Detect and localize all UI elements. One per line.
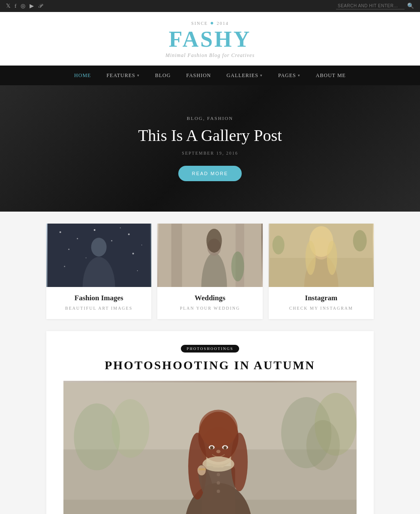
nav-item-about[interactable]: ABOUT ME bbox=[308, 66, 354, 85]
social-icons: 𝕏 f ◎ ▶ 𝒫 bbox=[6, 3, 42, 9]
site-header: SINCE ● 2014 FASHY Minimal Fashion Blog … bbox=[0, 12, 420, 66]
hero-content: BLOG, FASHION This Is A Gallery Post SEP… bbox=[138, 116, 282, 181]
svg-point-52 bbox=[223, 446, 227, 449]
read-more-button[interactable]: READ MORE bbox=[178, 166, 242, 181]
svg-point-51 bbox=[210, 446, 213, 449]
gallery-card-body-instagram: Instagram CHECK MY INSTAGRAM bbox=[269, 287, 374, 319]
hero-date: SEPTEMBER 19, 2016 bbox=[138, 151, 282, 155]
svg-rect-17 bbox=[171, 224, 182, 287]
gallery-card-title-fashion: Fashion Images bbox=[52, 294, 145, 302]
svg-point-48 bbox=[199, 409, 238, 447]
svg-point-58 bbox=[217, 481, 220, 484]
gallery-card-sub-fashion: BEAUTIFUL ART IMAGES bbox=[52, 306, 145, 311]
gallery-card-fashion[interactable]: Fashion Images BEAUTIFUL ART IMAGES bbox=[46, 224, 151, 319]
nav-item-galleries[interactable]: GALLERIES ▾ bbox=[219, 66, 270, 85]
svg-point-36 bbox=[111, 399, 149, 458]
gallery-card-weddings[interactable]: Weddings PLAN YOUR WEDDING bbox=[157, 224, 262, 319]
article-section: PHOTOSHOOTINGS PHOTOSHOOTING IN AUTUMN bbox=[46, 331, 374, 514]
search-button[interactable]: 🔍 bbox=[407, 3, 414, 9]
gallery-section: Fashion Images BEAUTIFUL ART IMAGES bbox=[0, 212, 420, 331]
svg-point-4 bbox=[77, 238, 78, 239]
site-logo[interactable]: FASHY bbox=[0, 28, 420, 51]
chevron-down-icon-2: ▾ bbox=[260, 73, 263, 78]
dribbble-icon[interactable]: ◎ bbox=[21, 3, 25, 9]
svg-point-5 bbox=[94, 229, 96, 231]
gallery-card-title-instagram: Instagram bbox=[275, 294, 368, 302]
svg-point-3 bbox=[60, 231, 61, 233]
gallery-card-title-weddings: Weddings bbox=[163, 294, 256, 302]
svg-point-32 bbox=[353, 230, 366, 251]
svg-point-53 bbox=[216, 450, 221, 453]
youtube-icon[interactable]: ▶ bbox=[30, 3, 34, 9]
svg-point-2 bbox=[91, 238, 107, 257]
facebook-icon[interactable]: f bbox=[15, 3, 16, 9]
nav-item-fashion[interactable]: FASHION bbox=[178, 66, 219, 85]
twitter-icon[interactable]: 𝕏 bbox=[6, 3, 10, 9]
article-title: PHOTOSHOOTING IN AUTUMN bbox=[63, 359, 357, 372]
svg-point-57 bbox=[217, 473, 220, 476]
svg-point-11 bbox=[132, 253, 134, 254]
nav-item-blog[interactable]: BLOG bbox=[147, 66, 179, 85]
svg-point-10 bbox=[86, 257, 87, 258]
article-tag: PHOTOSHOOTINGS bbox=[181, 345, 240, 353]
site-tagline: Minimal Fashion Blog for Creatives bbox=[0, 52, 420, 59]
hero-section: BLOG, FASHION This Is A Gallery Post SEP… bbox=[0, 85, 420, 212]
gallery-card-body-weddings: Weddings PLAN YOUR WEDDING bbox=[157, 287, 262, 319]
gallery-card-img-weddings bbox=[157, 224, 262, 287]
gallery-card-sub-instagram: CHECK MY INSTAGRAM bbox=[275, 306, 368, 311]
hero-title: This Is A Gallery Post bbox=[138, 126, 282, 145]
svg-point-7 bbox=[128, 233, 130, 235]
search-input[interactable] bbox=[336, 3, 405, 9]
svg-point-30 bbox=[327, 241, 337, 275]
svg-point-31 bbox=[272, 236, 284, 254]
gallery-card-img-instagram bbox=[269, 224, 374, 287]
gallery-card-instagram[interactable]: Instagram CHECK MY INSTAGRAM bbox=[269, 224, 374, 319]
svg-point-12 bbox=[120, 227, 121, 228]
chevron-down-icon: ▾ bbox=[137, 73, 140, 78]
svg-point-39 bbox=[306, 420, 340, 470]
top-bar: 𝕏 f ◎ ▶ 𝒫 🔍 bbox=[0, 0, 420, 12]
pinterest-icon[interactable]: 𝒫 bbox=[38, 3, 42, 9]
hero-category: BLOG, FASHION bbox=[138, 116, 282, 121]
chevron-down-icon-3: ▾ bbox=[298, 73, 300, 78]
dot-icon: ● bbox=[210, 20, 214, 27]
main-navigation: HOME FEATURES ▾ BLOG FASHION GALLERIES ▾… bbox=[0, 66, 420, 85]
svg-point-59 bbox=[217, 490, 220, 493]
svg-point-8 bbox=[141, 245, 142, 245]
svg-point-22 bbox=[231, 251, 244, 281]
nav-item-features[interactable]: FEATURES ▾ bbox=[99, 66, 147, 85]
nav-item-pages[interactable]: PAGES ▾ bbox=[270, 66, 308, 85]
nav-item-home[interactable]: HOME bbox=[66, 66, 99, 85]
svg-point-6 bbox=[111, 240, 112, 242]
search-container: 🔍 bbox=[336, 3, 414, 9]
gallery-card-sub-weddings: PLAN YOUR WEDDING bbox=[163, 306, 256, 311]
svg-rect-60 bbox=[198, 468, 206, 470]
svg-point-21 bbox=[207, 229, 222, 253]
svg-point-13 bbox=[64, 266, 65, 267]
gallery-card-body-fashion: Fashion Images BEAUTIFUL ART IMAGES bbox=[46, 287, 151, 319]
gallery-card-img-fashion bbox=[46, 224, 151, 287]
svg-point-14 bbox=[137, 270, 138, 271]
svg-point-9 bbox=[68, 249, 69, 250]
svg-point-29 bbox=[305, 241, 315, 275]
since-text: SINCE ● 2014 bbox=[0, 20, 420, 27]
article-image bbox=[63, 381, 357, 514]
